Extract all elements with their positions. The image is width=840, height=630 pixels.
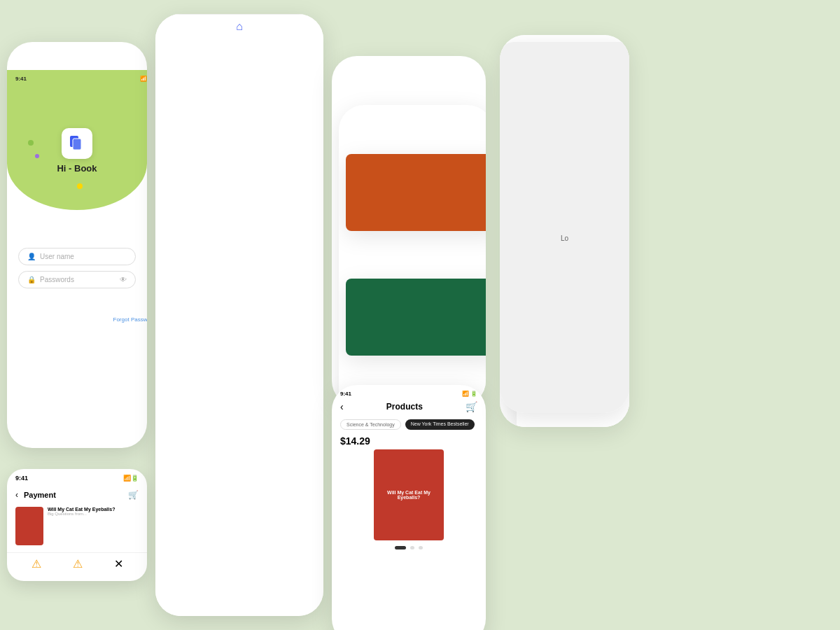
products-cover-container: Will My Cat Eat My Eyeballs?	[332, 449, 486, 540]
products-book-cover: Will My Cat Eat My Eyeballs?	[374, 449, 444, 540]
books-grid: Educated	[339, 105, 486, 406]
grid-book-evvie[interactable]	[346, 279, 486, 356]
products-dots	[332, 546, 486, 550]
payment-title: Payment	[24, 491, 56, 499]
cart-icon[interactable]: 🛒	[128, 490, 139, 500]
logout-button[interactable]: Lo	[500, 42, 629, 413]
small-status-icons: 📶🔋	[123, 475, 139, 482]
home-icon[interactable]: ⌂	[155, 20, 323, 616]
warning-icon: ⚠	[31, 557, 41, 570]
dot-active	[395, 546, 406, 550]
logout-area: Lo	[500, 35, 629, 413]
dot-1	[410, 546, 414, 550]
products-tags: Science & Technology New York Times Best…	[332, 416, 486, 433]
products-status-bar: 9:41 📶 🔋	[332, 385, 486, 398]
payment-phone: 9:41 📶🔋 ‹ Payment 🛒 Will My Cat Eat My E…	[7, 469, 147, 581]
category-tag: Science & Technology	[340, 419, 401, 430]
status-bar: 9:41 📶 🔋	[15, 76, 147, 448]
profile-panel: ‹ … Tung Tran Reader 23 purchased books …	[500, 35, 629, 427]
products-book-title: Will My Cat Eat My Eyeballs?	[374, 487, 444, 503]
status-icons: 📶 🔋	[140, 76, 147, 448]
bestseller-badge: New York Times Bestseller	[405, 419, 475, 430]
back-icon[interactable]: ‹	[15, 490, 18, 500]
login-phone: 9:41 📶 🔋 Hi - Book 👤	[7, 42, 147, 448]
info-icon: ⚠	[73, 557, 83, 570]
time: 9:41	[15, 76, 27, 448]
products-time: 9:41	[340, 391, 351, 397]
products-status-icons: 📶 🔋	[462, 391, 477, 397]
payment-book-cover	[15, 507, 43, 545]
grid-book-mockingbird[interactable]	[346, 154, 486, 231]
products-header: ‹ Products 🛒	[332, 398, 486, 416]
small-status-time: 9:41	[15, 475, 28, 482]
products-phone: 9:41 📶 🔋 ‹ Products 🛒 Science & Technolo…	[332, 385, 486, 630]
products-cart[interactable]: 🛒	[465, 401, 477, 412]
dot-2	[419, 546, 423, 550]
nav-home[interactable]: ⌂	[155, 20, 323, 605]
close-icon[interactable]: ✕	[114, 557, 123, 570]
main-phone: 9:41 📶 🔋 Welcome, Andy 📍 18 Wall St 🛒 Ca…	[155, 14, 323, 616]
products-price: $14.29	[332, 433, 486, 449]
books-grid-panel: Educated ⌂ 🔍 ♡ 👤	[332, 56, 486, 406]
products-title: Products	[344, 402, 465, 412]
payment-book-info: Will My Cat Eat My Eyeballs? Big Questio…	[48, 507, 139, 545]
main-bottom-nav: ⌂ 🔍 ♡ 👤	[155, 14, 323, 616]
